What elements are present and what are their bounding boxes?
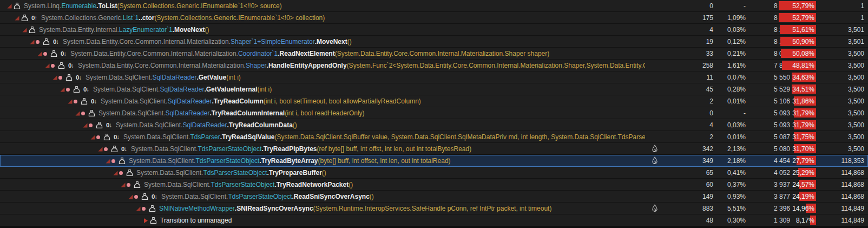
calls-count-value: 114,849 — [816, 214, 864, 226]
tree-cell: System.Linq.Enumerable.ToList(System.Col… — [0, 0, 645, 12]
table-row[interactable]: 0↓ System.Data.SqlClient.SqlDataReader.T… — [0, 119, 868, 131]
method-params: (int i) — [258, 86, 272, 93]
namespace-text: System.Data.Entity.Internal. — [39, 26, 119, 34]
table-row[interactable]: 0↑ System.Collections.Generic.List`1..ct… — [0, 12, 868, 24]
method-name: .ToList — [96, 2, 117, 10]
method-params: (System.Runtime.InteropServices.SafeHand… — [313, 205, 552, 212]
table-row[interactable]: 0↓ System.Data.SqlClient.TdsParserStateO… — [0, 191, 868, 203]
method-params: () — [205, 26, 209, 34]
total-percent-value: 52,79% — [777, 0, 814, 12]
own-samples-value: 149 — [665, 191, 713, 203]
expander-icon[interactable] — [59, 87, 66, 93]
class-name: SqlDataReader — [167, 97, 212, 105]
expander-icon[interactable] — [127, 194, 134, 200]
own-samples-value: 258 — [665, 60, 713, 71]
class-name: TdsParserStateObject — [228, 193, 292, 200]
table-row[interactable]: System.Data.SqlClient.TdsParserStateObje… — [0, 155, 868, 167]
own-percent-value: 0,37% — [715, 179, 746, 191]
class-name: LazyEnumerator`1 — [119, 26, 173, 34]
hot-dot-icon — [81, 112, 85, 115]
total-percent-value: 50,08% — [777, 48, 814, 60]
expander-icon[interactable] — [29, 39, 36, 45]
namespace-text: System.Data.SqlClient. — [144, 181, 211, 188]
own-percent-value: 2,13% — [715, 143, 746, 155]
method-label: System.Data.SqlClient.SqlDataReader.GetV… — [86, 72, 241, 83]
calls-count-value: 114,868 — [816, 179, 864, 191]
expander-icon[interactable] — [104, 158, 111, 164]
person-method-icon — [21, 14, 29, 22]
person-method-icon — [28, 26, 36, 34]
person-method-icon — [88, 109, 96, 117]
expander-icon[interactable] — [6, 3, 13, 9]
expander-icon[interactable] — [135, 206, 142, 212]
own-samples-value: 0 — [665, 0, 713, 12]
calls-count-value: 3,501 — [816, 24, 864, 36]
own-percent-value: 0,30% — [715, 214, 746, 226]
namespace-text: System.Data.SqlClient. — [101, 97, 167, 105]
class-name: TdsParserStateObject — [195, 157, 259, 165]
table-row[interactable]: Transition to unmanaged 48 0,30% 1 309 8… — [0, 214, 868, 226]
table-row[interactable]: SNINativeMethodWrapper.SNIReadSyncOverAs… — [0, 203, 868, 214]
total-percent-value: 52,79% — [777, 12, 814, 24]
expander-icon[interactable] — [14, 15, 21, 21]
expander-icon[interactable] — [74, 110, 81, 116]
hot-dot-icon — [119, 171, 123, 175]
recursion-icon: 0↓ — [114, 132, 123, 143]
namespace-text: System.Data.SqlClient. — [93, 86, 160, 93]
hot-dot-icon — [96, 135, 100, 139]
table-row[interactable]: System.Linq.Enumerable.ToList(System.Col… — [0, 0, 868, 12]
method-label: System.Data.SqlClient.TdsParserStateObje… — [136, 167, 326, 179]
method-params: () — [370, 193, 374, 200]
expander-icon[interactable] — [120, 182, 127, 188]
expander-icon[interactable] — [36, 51, 43, 57]
total-percent-value: 51,61% — [777, 24, 814, 36]
namespace-text: System.Collections.Generic. — [41, 14, 123, 22]
method-params: () — [293, 121, 297, 129]
own-percent-value: - — [715, 0, 746, 12]
person-method-icon — [103, 133, 111, 141]
expander-icon[interactable] — [82, 122, 89, 128]
expander-icon[interactable] — [89, 134, 96, 140]
table-row[interactable]: System.Data.SqlClient.SqlDataReader.TryR… — [0, 107, 868, 119]
expander-icon[interactable] — [142, 218, 149, 224]
hot-dot-icon — [74, 100, 77, 103]
recursion-icon: 0↓ — [61, 48, 70, 60]
expander-icon[interactable] — [67, 99, 74, 105]
calls-count-value: 1 — [816, 12, 864, 24]
method-label: System.Data.Entity.Core.Common.Internal.… — [70, 48, 549, 60]
total-percent-value: 24,19% — [777, 191, 814, 203]
table-row[interactable]: System.Data.SqlClient.TdsParserStateObje… — [0, 167, 868, 179]
own-samples-value: 60 — [665, 179, 713, 191]
table-row[interactable]: 0↓ System.Data.Entity.Core.Common.Intern… — [0, 36, 868, 48]
method-params: () — [348, 181, 353, 188]
own-percent-value: 0,01% — [715, 131, 746, 143]
expander-icon[interactable] — [51, 75, 58, 81]
method-name: .GetValue — [196, 74, 226, 81]
table-row[interactable]: 0↓ System.Data.SqlClient.SqlDataReader.T… — [0, 95, 868, 107]
expander-icon[interactable] — [112, 170, 119, 176]
table-row[interactable]: System.Data.Entity.Internal.LazyEnumerat… — [0, 24, 868, 36]
table-row[interactable]: 0↓ System.Data.Entity.Core.Common.Intern… — [0, 60, 868, 71]
table-row[interactable]: System.Data.SqlClient.TdsParserStateObje… — [0, 179, 868, 191]
class-name: TdsParserStateObject — [203, 169, 267, 177]
expander-icon[interactable] — [21, 27, 28, 33]
method-name: .TryReadSqlValue — [220, 133, 275, 141]
table-row[interactable]: 0↓ System.Data.SqlClient.TdsParserStateO… — [0, 143, 868, 155]
table-row[interactable]: 0↓ System.Data.Entity.Core.Common.Intern… — [0, 48, 868, 60]
tree-cell: 0↓ System.Data.SqlClient.TdsParser.TryRe… — [0, 131, 645, 143]
table-row[interactable]: 0↓ System.Data.SqlClient.SqlDataReader.G… — [0, 83, 868, 95]
table-row[interactable]: 0↓ System.Data.SqlClient.SqlDataReader.G… — [0, 71, 868, 83]
own-percent-value: 0,12% — [715, 36, 746, 48]
expander-icon[interactable] — [97, 146, 104, 152]
person-method-icon — [110, 145, 119, 153]
recursion-icon: 0↓ — [53, 36, 63, 48]
total-percent-value: 31,75% — [777, 131, 814, 143]
method-name: .SNIReadSyncOverAsync — [235, 205, 313, 212]
method-name: .TryReadColumnInternal — [209, 109, 285, 117]
calls-count-value: 3,500 — [816, 131, 864, 143]
table-row[interactable]: 0↓ System.Data.SqlClient.TdsParser.TryRe… — [0, 131, 868, 143]
method-name: .TryReadByteArray — [259, 157, 318, 165]
tree-cell: System.Data.Entity.Internal.LazyEnumerat… — [0, 24, 645, 36]
class-name: TdsParserStateObject — [211, 181, 274, 188]
expander-icon[interactable] — [44, 63, 51, 69]
